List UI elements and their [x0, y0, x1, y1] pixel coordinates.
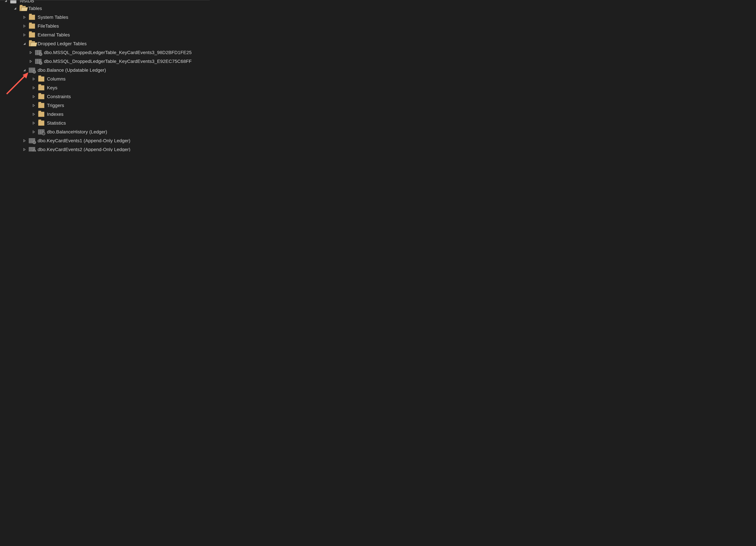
node-label: Columns — [47, 76, 66, 82]
folder-icon — [38, 76, 45, 82]
folder-icon — [29, 32, 35, 38]
expand-toggle-icon[interactable] — [32, 130, 36, 134]
node-label: dbo.KeyCardEvents2 (Append-Only Ledger) — [38, 147, 130, 152]
folder-icon — [29, 14, 35, 21]
tree-node-indexes[interactable]: Indexes — [0, 110, 210, 119]
svg-marker-9 — [33, 78, 35, 80]
tree-node-constraints[interactable]: Constraints — [0, 92, 210, 101]
tree-node-tables[interactable]: Tables — [0, 4, 210, 13]
tree-node-system-tables[interactable]: System Tables — [0, 13, 210, 22]
node-label: FileTables — [38, 23, 59, 29]
svg-marker-10 — [33, 87, 35, 89]
tree-node-dropped-table[interactable]: dbo.MSSQL_DroppedLedgerTable_KeyCardEven… — [0, 57, 210, 66]
tree-node-table-keycardevents2[interactable]: dbo.KeyCardEvents2 (Append-Only Ledger) — [0, 145, 210, 152]
object-explorer-tree[interactable]: TestDB Tables System Tables FileTables — [0, 0, 210, 152]
node-label: dbo.MSSQL_DroppedLedgerTable_KeyCardEven… — [44, 50, 192, 55]
node-label: Triggers — [47, 103, 64, 108]
table-ledger-icon — [29, 67, 35, 74]
svg-marker-0 — [5, 0, 7, 2]
tree-node-table-balance[interactable]: dbo.Balance (Updatable Ledger) — [0, 66, 210, 75]
node-label: dbo.KeyCardEvents1 (Append-Only Ledger) — [38, 138, 130, 143]
tree-node-table-balance-history[interactable]: dbo.BalanceHistory (Ledger) — [0, 128, 210, 136]
node-label: External Tables — [38, 32, 70, 38]
svg-marker-13 — [33, 113, 35, 116]
node-label: Constraints — [47, 94, 71, 99]
table-ledger-icon — [35, 49, 42, 56]
expand-toggle-icon[interactable] — [32, 112, 36, 117]
node-label: Indexes — [47, 112, 63, 117]
expand-toggle-icon[interactable] — [4, 0, 8, 3]
expand-toggle-icon[interactable] — [13, 6, 17, 11]
tree-node-statistics[interactable]: Statistics — [0, 119, 210, 128]
node-label: dbo.BalanceHistory (Ledger) — [47, 129, 107, 135]
svg-marker-2 — [24, 16, 25, 18]
svg-marker-4 — [24, 34, 25, 36]
svg-marker-11 — [33, 96, 35, 98]
tree-node-filetables[interactable]: FileTables — [0, 22, 210, 30]
node-label: System Tables — [38, 15, 68, 20]
expand-toggle-icon[interactable] — [22, 68, 27, 72]
expand-toggle-icon[interactable] — [22, 42, 27, 46]
svg-marker-6 — [30, 51, 32, 54]
tree-node-database[interactable]: TestDB — [0, 0, 210, 4]
svg-marker-8 — [23, 69, 25, 71]
node-label: Statistics — [47, 121, 66, 126]
tree-node-table-keycardevents1[interactable]: dbo.KeyCardEvents1 (Append-Only Ledger) — [0, 136, 210, 145]
folder-open-icon — [29, 40, 35, 47]
node-label: Keys — [47, 85, 57, 91]
node-label: Tables — [28, 6, 42, 11]
svg-marker-16 — [24, 140, 25, 142]
svg-marker-1 — [14, 7, 16, 9]
node-label: dbo.Balance (Updatable Ledger) — [38, 68, 106, 73]
table-ledger-icon — [35, 58, 42, 65]
expand-toggle-icon[interactable] — [32, 86, 36, 90]
expand-toggle-icon[interactable] — [29, 50, 33, 55]
table-history-icon — [38, 129, 45, 135]
database-icon — [10, 0, 17, 4]
folder-icon — [38, 102, 45, 109]
table-ledger-icon — [29, 137, 35, 144]
svg-marker-17 — [24, 148, 25, 151]
expand-toggle-icon[interactable] — [22, 139, 27, 143]
folder-icon — [38, 93, 45, 100]
folder-icon — [38, 85, 45, 91]
tree-node-triggers[interactable]: Triggers — [0, 101, 210, 110]
tree-node-dropped-ledger-tables[interactable]: Dropped Ledger Tables — [0, 39, 210, 48]
expand-toggle-icon[interactable] — [22, 147, 27, 152]
expand-toggle-icon[interactable] — [22, 24, 27, 28]
tree-node-keys[interactable]: Keys — [0, 83, 210, 92]
svg-marker-3 — [24, 25, 25, 27]
folder-icon — [29, 23, 35, 29]
expand-toggle-icon[interactable] — [32, 103, 36, 108]
tree-node-dropped-table[interactable]: dbo.MSSQL_DroppedLedgerTable_KeyCardEven… — [0, 48, 210, 57]
folder-icon — [38, 111, 45, 118]
table-ledger-icon — [29, 146, 35, 152]
expand-toggle-icon[interactable] — [32, 121, 36, 125]
tree-node-external-tables[interactable]: External Tables — [0, 30, 210, 39]
folder-open-icon — [19, 5, 26, 12]
node-label: TestDB — [19, 0, 34, 3]
svg-marker-15 — [33, 131, 35, 133]
folder-icon — [38, 120, 45, 127]
svg-marker-7 — [30, 60, 32, 63]
node-label: dbo.MSSQL_DroppedLedgerTable_KeyCardEven… — [44, 59, 192, 64]
node-label: Dropped Ledger Tables — [38, 41, 87, 46]
expand-toggle-icon[interactable] — [32, 95, 36, 99]
tree-node-columns[interactable]: Columns — [0, 75, 210, 83]
expand-toggle-icon[interactable] — [32, 77, 36, 81]
svg-marker-5 — [23, 43, 25, 45]
svg-marker-14 — [33, 122, 35, 124]
svg-marker-12 — [33, 104, 35, 107]
expand-toggle-icon[interactable] — [22, 33, 27, 37]
expand-toggle-icon[interactable] — [29, 59, 33, 64]
expand-toggle-icon[interactable] — [22, 15, 27, 19]
